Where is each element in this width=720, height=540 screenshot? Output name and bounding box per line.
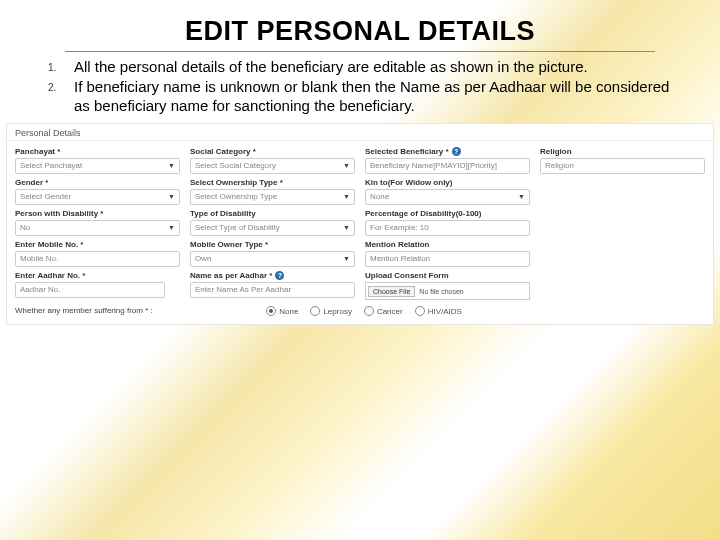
file-chosen-text: No file chosen — [419, 288, 463, 295]
chevron-down-icon: ▼ — [343, 252, 350, 266]
aadhar-name-label: Name as per Aadhar * ? — [190, 271, 355, 280]
field-placeholder: Select Gender — [20, 190, 71, 204]
disability-type-label: Type of Disability — [190, 209, 355, 218]
form-panel: Personal Details Panchayat * Select Panc… — [6, 123, 714, 325]
chevron-down-icon: ▼ — [343, 221, 350, 235]
suffering-label: Whether any member suffering from * : — [15, 306, 256, 315]
chevron-down-icon: ▼ — [168, 159, 175, 173]
field-placeholder: Mobile No. — [20, 252, 58, 266]
beneficiary-label: Selected Beneficiary * ? — [365, 147, 530, 156]
ownership-label: Select Ownership Type * — [190, 178, 355, 187]
mobile-label: Enter Mobile No. * — [15, 240, 180, 249]
list-item: 1. All the personal details of the benef… — [48, 58, 688, 77]
aadhar-label: Enter Aadhar No. * — [15, 271, 180, 280]
chevron-down-icon: ▼ — [518, 190, 525, 204]
ownership-select[interactable]: Select Ownership Type ▼ — [190, 189, 355, 205]
relation-input[interactable]: Mention Relation — [365, 251, 530, 267]
radio-cancer[interactable]: Cancer — [364, 306, 403, 316]
field-placeholder: Select Ownership Type — [195, 190, 277, 204]
religion-input[interactable]: Religion — [540, 158, 705, 174]
chevron-down-icon: ▼ — [343, 190, 350, 204]
radio-icon — [266, 306, 276, 316]
field-placeholder: For Example: 10 — [370, 221, 429, 235]
radio-label: Cancer — [377, 307, 403, 316]
list-text: All the personal details of the benefici… — [74, 58, 688, 77]
panchayat-label: Panchayat * — [15, 147, 180, 156]
radio-label: Leprosy — [323, 307, 351, 316]
aadhar-input[interactable]: Aadhar No. — [15, 282, 165, 298]
field-placeholder: Select Type of Disability — [195, 221, 280, 235]
form-header: Personal Details — [7, 124, 713, 141]
beneficiary-input[interactable]: Beneficiary Name[PMAYID][Priority] — [365, 158, 530, 174]
chevron-down-icon: ▼ — [168, 221, 175, 235]
kin-select[interactable]: None ▼ — [365, 189, 530, 205]
list-number: 1. — [48, 58, 74, 73]
list-text: If beneficiary name is unknown or blank … — [74, 78, 688, 116]
field-placeholder: None — [370, 190, 389, 204]
disability-select[interactable]: No ▼ — [15, 220, 180, 236]
title-underline — [65, 51, 655, 52]
disability-pct-input[interactable]: For Example: 10 — [365, 220, 530, 236]
upload-consent-file[interactable]: Choose File No file chosen — [365, 282, 530, 300]
radio-icon — [415, 306, 425, 316]
field-placeholder: Aadhar No. — [20, 283, 60, 297]
religion-label: Religion — [540, 147, 705, 156]
panchayat-select[interactable]: Select Panchayat ▼ — [15, 158, 180, 174]
disability-label: Person with Disability * — [15, 209, 180, 218]
info-icon[interactable]: ? — [275, 271, 284, 280]
relation-label: Mention Relation — [365, 240, 530, 249]
gender-select[interactable]: Select Gender ▼ — [15, 189, 180, 205]
field-placeholder: Mention Relation — [370, 252, 430, 266]
field-placeholder: Select Panchayat — [20, 159, 82, 173]
aadhar-name-input[interactable]: Enter Name As Per Aadhar — [190, 282, 355, 298]
social-category-label: Social Category * — [190, 147, 355, 156]
choose-file-button[interactable]: Choose File — [368, 286, 415, 297]
info-icon[interactable]: ? — [452, 147, 461, 156]
chevron-down-icon: ▼ — [168, 190, 175, 204]
field-placeholder: Select Social Category — [195, 159, 276, 173]
radio-icon — [364, 306, 374, 316]
disability-pct-label: Percentage of Disability(0-100) — [365, 209, 530, 218]
list-item: 2. If beneficiary name is unknown or bla… — [48, 78, 688, 116]
list-number: 2. — [48, 78, 74, 93]
radio-leprosy[interactable]: Leprosy — [310, 306, 351, 316]
mobile-input[interactable]: Mobile No. — [15, 251, 180, 267]
suffering-radio-group: None Leprosy Cancer HIV/AIDS — [266, 306, 705, 316]
field-placeholder: No — [20, 221, 30, 235]
field-placeholder: Religion — [545, 159, 574, 173]
mobile-owner-select[interactable]: Own ▼ — [190, 251, 355, 267]
radio-none[interactable]: None — [266, 306, 298, 316]
radio-label: None — [279, 307, 298, 316]
chevron-down-icon: ▼ — [343, 159, 350, 173]
field-placeholder: Beneficiary Name[PMAYID][Priority] — [370, 159, 497, 173]
intro-list: 1. All the personal details of the benef… — [48, 58, 688, 115]
radio-icon — [310, 306, 320, 316]
upload-label: Upload Consent Form — [365, 271, 530, 280]
kin-label: Kin to(For Widow only) — [365, 178, 530, 187]
gender-label: Gender * — [15, 178, 180, 187]
field-placeholder: Enter Name As Per Aadhar — [195, 283, 291, 297]
disability-type-select[interactable]: Select Type of Disability ▼ — [190, 220, 355, 236]
social-category-select[interactable]: Select Social Category ▼ — [190, 158, 355, 174]
mobile-owner-label: Mobile Owner Type * — [190, 240, 355, 249]
radio-hiv[interactable]: HIV/AIDS — [415, 306, 462, 316]
page-title: EDIT PERSONAL DETAILS — [0, 0, 720, 51]
radio-label: HIV/AIDS — [428, 307, 462, 316]
field-placeholder: Own — [195, 252, 211, 266]
